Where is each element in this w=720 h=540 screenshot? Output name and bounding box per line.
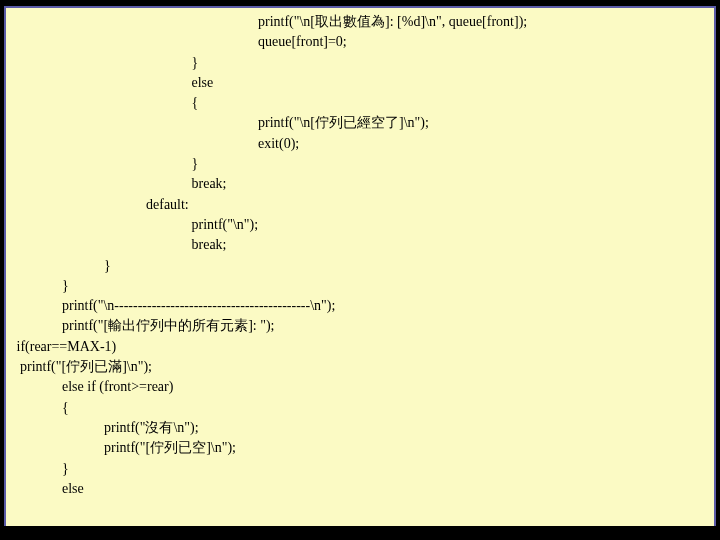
code-line: }: [6, 154, 714, 174]
code-line: printf("\n[取出數值為]: [%d]\n", queue[front]…: [6, 12, 714, 32]
code-line: printf("\n[佇列已經空了]\n");: [6, 113, 714, 133]
code-line: printf("沒有\n");: [6, 418, 714, 438]
code-line: {: [6, 93, 714, 113]
code-line: break;: [6, 174, 714, 194]
code-line: {: [6, 398, 714, 418]
code-line: default:: [6, 195, 714, 215]
code-line: }: [6, 459, 714, 479]
code-line: else: [6, 479, 714, 499]
code-line: printf("\n------------------------------…: [6, 296, 714, 316]
code-line: printf("[佇列已滿]\n");: [6, 357, 714, 377]
code-line: else if (front>=rear): [6, 377, 714, 397]
code-line: printf("[佇列已空]\n");: [6, 438, 714, 458]
code-line: printf("\n");: [6, 215, 714, 235]
code-line: }: [6, 276, 714, 296]
code-line: }: [6, 256, 714, 276]
code-slide: printf("\n[取出數值為]: [%d]\n", queue[front]…: [4, 6, 716, 526]
code-line: queue[front]=0;: [6, 32, 714, 52]
code-line: else: [6, 73, 714, 93]
code-line: printf("[輸出佇列中的所有元素]: ");: [6, 316, 714, 336]
code-line: }: [6, 53, 714, 73]
code-line: break;: [6, 235, 714, 255]
code-line: if(rear==MAX-1): [6, 337, 714, 357]
code-line: exit(0);: [6, 134, 714, 154]
